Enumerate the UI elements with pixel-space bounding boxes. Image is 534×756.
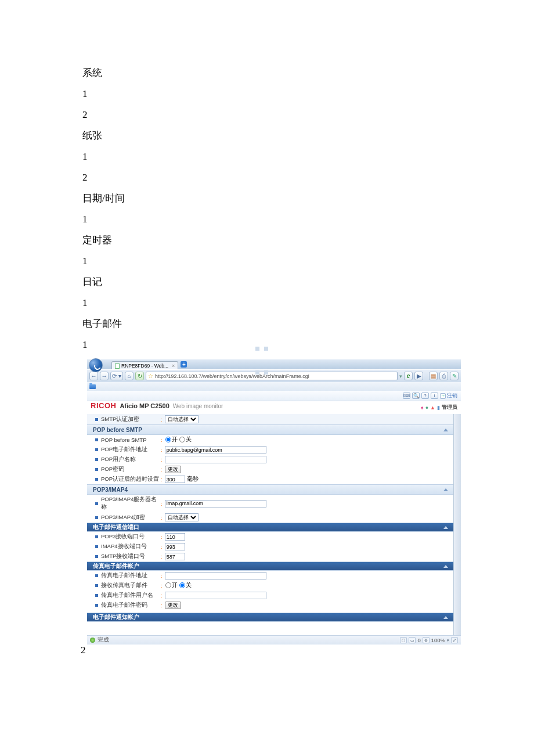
alert-icon: ▲ (430, 405, 435, 411)
pop-timeout-input[interactable] (165, 476, 185, 483)
scrollbar-down[interactable]: ▾ (454, 629, 460, 635)
zoom-icon[interactable]: ⊕ (423, 637, 430, 643)
section-fax-account[interactable]: 传真电子邮件帐户 (87, 561, 454, 571)
job-icon: ▮ (437, 405, 440, 411)
print-icon[interactable]: ⎙ (439, 372, 448, 380)
section-pop-imap[interactable]: POP3/IMAP4 (87, 484, 454, 495)
imap4-port-input[interactable] (165, 543, 185, 550)
text-line: 1 (82, 334, 125, 355)
browser-window: RNPE8FD69 - Web... × + ← → ⟳ ▾ ⌂ ↻ ☆ htt… (87, 359, 461, 645)
pop-off-radio[interactable]: 关 (179, 436, 192, 444)
user-info: ♠ ● ▲ ▮ 管理员 (421, 404, 457, 411)
home-button[interactable]: ⌂ (125, 372, 134, 380)
page-header: RICOH Aficio MP C2500 Web image monitor (87, 401, 461, 414)
search-icon[interactable]: 🔍 (412, 393, 420, 399)
collapse-icon (443, 565, 448, 568)
browser-orb-icon[interactable] (89, 358, 103, 372)
pop3-port-input[interactable] (165, 533, 185, 541)
popup-blocker-icon[interactable]: ▭ (409, 637, 416, 643)
add-tab-button[interactable]: + (181, 361, 187, 368)
pop-password-change[interactable]: 更改 (165, 466, 181, 473)
address-bar[interactable]: ☆ http://192.168.100.7/web/entry/cn/webs… (146, 372, 398, 380)
text-line: 电子邮件 (82, 314, 125, 334)
document-text-list: 系统12纸张12日期/时间1定时器1日记1电子邮件1 (82, 63, 125, 355)
status-bar: 完成 ▢ ▭ 0 ⊕ 100% ▾ ⤢ (87, 635, 461, 645)
svg-rect-0 (255, 347, 259, 351)
logout-link[interactable]: → 注销 (440, 392, 457, 399)
fax-email-input[interactable] (165, 572, 266, 579)
forward-button[interactable]: → (100, 372, 109, 380)
info-icon[interactable]: i (431, 393, 438, 399)
folder-icon[interactable] (89, 384, 96, 389)
fax-user-input[interactable] (165, 592, 266, 599)
embedded-screenshot: RNPE8FD69 - Web... × + ← → ⟳ ▾ ⌂ ↻ ☆ htt… (87, 359, 461, 649)
zoom-value: 100% (431, 637, 445, 643)
text-line: 系统 (82, 63, 125, 84)
text-line: 定时器 (82, 230, 125, 251)
text-line: 纸张 (82, 125, 125, 146)
status-dot-icon: ● (425, 405, 428, 411)
feed-icon[interactable]: ▦ (429, 372, 438, 380)
history-dropdown[interactable]: ⟳ ▾ (110, 372, 123, 380)
page-content: ⌨ 🔍 ? i → 注销 RICOH Aficio MP C2500 Web i… (87, 391, 461, 635)
app-title: Web image monitor (173, 403, 223, 409)
text-line: 2 (82, 167, 125, 188)
back-button[interactable]: ← (89, 372, 98, 380)
close-icon[interactable]: × (172, 363, 175, 369)
help-icon[interactable]: ? (421, 393, 429, 399)
collapse-icon (443, 526, 448, 529)
favorite-icon[interactable]: ☆ (148, 373, 153, 379)
page-mode-icon[interactable]: ▢ (400, 637, 407, 643)
pop-email-input[interactable] (165, 446, 266, 453)
page-icon (115, 363, 120, 369)
device-model: Aficio MP C2500 (120, 402, 169, 409)
text-line: 2 (82, 105, 125, 125)
smtp-crypt-select[interactable]: 自动选择 (165, 415, 199, 423)
brand-logo: RICOH (91, 401, 116, 410)
collapse-icon (443, 616, 448, 619)
browser-tab[interactable]: RNPE8FD69 - Web... × (111, 361, 178, 369)
text-line: 1 (82, 84, 125, 105)
text-line: 1 (82, 209, 125, 230)
text-line: 1 (82, 251, 125, 272)
fax-recv-on-radio[interactable]: 开 (165, 582, 178, 589)
scrollbar-thumb[interactable] (454, 415, 460, 441)
fullscreen-icon[interactable]: ⤢ (451, 637, 458, 643)
reload-button[interactable]: ↻ (135, 372, 144, 380)
text-line: 1 (82, 146, 125, 167)
bookmarks-bar (87, 382, 461, 391)
status-dot-icon (90, 638, 95, 643)
collapse-icon (443, 488, 448, 491)
tab-strip: RNPE8FD69 - Web... × + (87, 359, 461, 369)
fax-password-change[interactable]: 更改 (165, 602, 181, 609)
settings-scroll-area: ▾ SMTP认证加密 : 自动选择 POP before SMTP PO (87, 414, 461, 635)
smtp-port-input[interactable] (165, 553, 185, 560)
svg-rect-1 (264, 347, 268, 351)
fax-recv-off-radio[interactable]: 关 (179, 582, 192, 589)
collapse-icon (443, 429, 448, 431)
page-number-fragment: 2 (81, 645, 86, 656)
text-line: 日期/时间 (82, 188, 125, 209)
tab-title: RNPE8FD69 - Web... (121, 363, 168, 369)
section-pop-before-smtp[interactable]: POP before SMTP (87, 424, 454, 435)
text-line: 日记 (82, 272, 125, 293)
tools-icon[interactable]: ✎ (450, 372, 459, 380)
url-text: http://192.168.100.7/web/entry/cn/websys… (155, 373, 309, 379)
go-button[interactable]: ▶ (414, 372, 423, 380)
pop-user-input[interactable] (165, 456, 266, 463)
browser-toolbar: ← → ⟳ ▾ ⌂ ↻ ☆ http://192.168.100.7/web/e… (87, 369, 461, 382)
row-smtp-auth-crypt: SMTP认证加密 : 自动选择 (87, 414, 454, 424)
text-line: 1 (82, 293, 125, 314)
status-text: 完成 (98, 636, 109, 644)
imap-server-input[interactable] (165, 500, 266, 507)
page-icon-bar: ⌨ 🔍 ? i → 注销 (87, 391, 461, 401)
section-email-port[interactable]: 电子邮件通信端口 (87, 523, 454, 532)
keyboard-icon[interactable]: ⌨ (403, 393, 410, 399)
logout-arrow-icon: → (440, 393, 446, 399)
section-notify-account[interactable]: 电子邮件通知帐户 (87, 613, 454, 622)
compat-icon[interactable]: e (404, 372, 413, 380)
imap-crypt-select[interactable]: 自动选择 (165, 513, 199, 521)
user-icon: ♠ (421, 405, 424, 411)
pop-on-radio[interactable]: 开 (165, 436, 178, 444)
